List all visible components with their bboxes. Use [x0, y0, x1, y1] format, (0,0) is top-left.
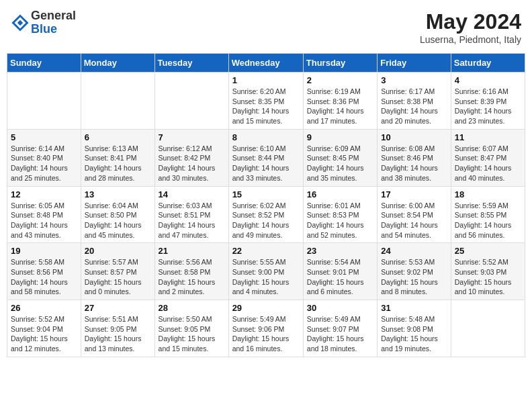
- weekday-header-row: SundayMondayTuesdayWednesdayThursdayFrid…: [7, 54, 525, 73]
- day-number: 8: [232, 132, 300, 142]
- day-number: 5: [11, 132, 77, 142]
- day-number: 27: [85, 303, 151, 313]
- day-number: 21: [159, 246, 225, 256]
- day-info: Sunrise: 6:13 AM Sunset: 8:41 PM Dayligh…: [85, 144, 151, 183]
- title-area: May 2024 Luserna, Piedmont, Italy: [420, 9, 521, 45]
- day-info: Sunrise: 5:53 AM Sunset: 9:02 PM Dayligh…: [381, 257, 447, 297]
- location: Luserna, Piedmont, Italy: [420, 34, 521, 45]
- calendar-cell: 18Sunrise: 5:59 AM Sunset: 8:55 PM Dayli…: [451, 186, 525, 243]
- day-info: Sunrise: 5:48 AM Sunset: 9:08 PM Dayligh…: [381, 314, 447, 354]
- weekday-header-sunday: Sunday: [7, 54, 81, 73]
- day-info: Sunrise: 5:50 AM Sunset: 9:05 PM Dayligh…: [159, 314, 225, 354]
- day-number: 31: [381, 303, 447, 313]
- month-title: May 2024: [420, 9, 521, 34]
- calendar-cell: 4Sunrise: 6:16 AM Sunset: 8:39 PM Daylig…: [451, 73, 525, 130]
- calendar-cell: 10Sunrise: 6:08 AM Sunset: 8:46 PM Dayli…: [378, 129, 451, 186]
- day-info: Sunrise: 5:57 AM Sunset: 8:57 PM Dayligh…: [85, 257, 151, 297]
- day-number: 15: [232, 189, 300, 199]
- day-number: 19: [11, 246, 77, 256]
- calendar-cell: [81, 73, 154, 130]
- day-info: Sunrise: 5:56 AM Sunset: 8:58 PM Dayligh…: [159, 257, 225, 297]
- calendar-cell: 28Sunrise: 5:50 AM Sunset: 9:05 PM Dayli…: [154, 300, 228, 357]
- calendar-cell: 13Sunrise: 6:04 AM Sunset: 8:50 PM Dayli…: [81, 186, 154, 243]
- day-number: 11: [455, 132, 521, 142]
- day-number: 25: [455, 246, 521, 256]
- day-info: Sunrise: 6:07 AM Sunset: 8:47 PM Dayligh…: [455, 144, 521, 183]
- calendar-cell: 23Sunrise: 5:54 AM Sunset: 9:01 PM Dayli…: [303, 243, 377, 300]
- calendar-week-5: 26Sunrise: 5:52 AM Sunset: 9:04 PM Dayli…: [7, 300, 525, 357]
- calendar-cell: 30Sunrise: 5:49 AM Sunset: 9:07 PM Dayli…: [303, 300, 377, 357]
- day-info: Sunrise: 6:19 AM Sunset: 8:36 PM Dayligh…: [307, 87, 373, 126]
- calendar-cell: 15Sunrise: 6:02 AM Sunset: 8:52 PM Dayli…: [228, 186, 303, 243]
- day-info: Sunrise: 5:51 AM Sunset: 9:05 PM Dayligh…: [85, 314, 151, 354]
- weekday-header-tuesday: Tuesday: [154, 54, 228, 73]
- logo-general: General: [31, 9, 76, 23]
- day-info: Sunrise: 5:55 AM Sunset: 9:00 PM Dayligh…: [232, 257, 300, 297]
- day-number: 12: [11, 189, 77, 199]
- day-info: Sunrise: 6:17 AM Sunset: 8:38 PM Dayligh…: [381, 87, 447, 126]
- day-info: Sunrise: 6:20 AM Sunset: 8:35 PM Dayligh…: [232, 87, 300, 126]
- day-info: Sunrise: 6:09 AM Sunset: 8:45 PM Dayligh…: [307, 144, 373, 183]
- day-number: 4: [455, 75, 521, 85]
- calendar-cell: 2Sunrise: 6:19 AM Sunset: 8:36 PM Daylig…: [303, 73, 377, 130]
- day-number: 9: [307, 132, 373, 142]
- calendar-cell: [7, 73, 81, 130]
- logo-blue: Blue: [31, 23, 76, 36]
- calendar-cell: 29Sunrise: 5:49 AM Sunset: 9:06 PM Dayli…: [228, 300, 303, 357]
- calendar-week-1: 1Sunrise: 6:20 AM Sunset: 8:35 PM Daylig…: [7, 73, 525, 130]
- day-number: 13: [85, 189, 151, 199]
- day-number: 28: [159, 303, 225, 313]
- calendar-cell: [154, 73, 228, 130]
- day-number: 2: [307, 75, 373, 85]
- day-number: 1: [232, 75, 300, 85]
- day-info: Sunrise: 5:52 AM Sunset: 9:03 PM Dayligh…: [455, 257, 521, 297]
- weekday-header-wednesday: Wednesday: [228, 54, 303, 73]
- day-info: Sunrise: 5:59 AM Sunset: 8:55 PM Dayligh…: [455, 201, 521, 240]
- day-info: Sunrise: 6:00 AM Sunset: 8:54 PM Dayligh…: [381, 201, 447, 240]
- day-number: 22: [232, 246, 300, 256]
- day-info: Sunrise: 6:12 AM Sunset: 8:42 PM Dayligh…: [159, 144, 225, 183]
- day-info: Sunrise: 6:05 AM Sunset: 8:48 PM Dayligh…: [11, 201, 77, 240]
- calendar-cell: 7Sunrise: 6:12 AM Sunset: 8:42 PM Daylig…: [154, 129, 228, 186]
- calendar-cell: 14Sunrise: 6:03 AM Sunset: 8:51 PM Dayli…: [154, 186, 228, 243]
- weekday-header-thursday: Thursday: [303, 54, 377, 73]
- calendar-week-4: 19Sunrise: 5:58 AM Sunset: 8:56 PM Dayli…: [7, 243, 525, 300]
- calendar-cell: 1Sunrise: 6:20 AM Sunset: 8:35 PM Daylig…: [228, 73, 303, 130]
- day-info: Sunrise: 6:01 AM Sunset: 8:53 PM Dayligh…: [307, 201, 373, 240]
- day-info: Sunrise: 6:14 AM Sunset: 8:40 PM Dayligh…: [11, 144, 77, 183]
- calendar-cell: 20Sunrise: 5:57 AM Sunset: 8:57 PM Dayli…: [81, 243, 154, 300]
- calendar-week-2: 5Sunrise: 6:14 AM Sunset: 8:40 PM Daylig…: [7, 129, 525, 186]
- calendar-cell: 27Sunrise: 5:51 AM Sunset: 9:05 PM Dayli…: [81, 300, 154, 357]
- day-info: Sunrise: 6:03 AM Sunset: 8:51 PM Dayligh…: [159, 201, 225, 240]
- weekday-header-friday: Friday: [378, 54, 451, 73]
- day-number: 17: [381, 189, 447, 199]
- calendar-cell: 25Sunrise: 5:52 AM Sunset: 9:03 PM Dayli…: [451, 243, 525, 300]
- calendar-cell: 24Sunrise: 5:53 AM Sunset: 9:02 PM Dayli…: [378, 243, 451, 300]
- day-info: Sunrise: 6:08 AM Sunset: 8:46 PM Dayligh…: [381, 144, 447, 183]
- day-number: 3: [381, 75, 447, 85]
- calendar-table: SundayMondayTuesdayWednesdayThursdayFrid…: [7, 53, 525, 357]
- day-info: Sunrise: 6:04 AM Sunset: 8:50 PM Dayligh…: [85, 201, 151, 240]
- calendar-cell: 3Sunrise: 6:17 AM Sunset: 8:38 PM Daylig…: [378, 73, 451, 130]
- day-number: 20: [85, 246, 151, 256]
- day-number: 29: [232, 303, 300, 313]
- day-info: Sunrise: 5:52 AM Sunset: 9:04 PM Dayligh…: [11, 314, 77, 354]
- day-number: 16: [307, 189, 373, 199]
- calendar-cell: 9Sunrise: 6:09 AM Sunset: 8:45 PM Daylig…: [303, 129, 377, 186]
- day-number: 26: [11, 303, 77, 313]
- calendar-cell: 26Sunrise: 5:52 AM Sunset: 9:04 PM Dayli…: [7, 300, 81, 357]
- calendar-cell: 8Sunrise: 6:10 AM Sunset: 8:44 PM Daylig…: [228, 129, 303, 186]
- weekday-header-monday: Monday: [81, 54, 154, 73]
- calendar-cell: 22Sunrise: 5:55 AM Sunset: 9:00 PM Dayli…: [228, 243, 303, 300]
- day-info: Sunrise: 5:58 AM Sunset: 8:56 PM Dayligh…: [11, 257, 77, 297]
- calendar-cell: 12Sunrise: 6:05 AM Sunset: 8:48 PM Dayli…: [7, 186, 81, 243]
- day-info: Sunrise: 6:10 AM Sunset: 8:44 PM Dayligh…: [232, 144, 300, 183]
- day-number: 6: [85, 132, 151, 142]
- calendar-cell: 17Sunrise: 6:00 AM Sunset: 8:54 PM Dayli…: [378, 186, 451, 243]
- day-info: Sunrise: 6:16 AM Sunset: 8:39 PM Dayligh…: [455, 87, 521, 126]
- day-number: 7: [159, 132, 225, 142]
- page-header: General Blue May 2024 Luserna, Piedmont,…: [7, 7, 525, 48]
- day-info: Sunrise: 5:49 AM Sunset: 9:07 PM Dayligh…: [307, 314, 373, 354]
- calendar-cell: 16Sunrise: 6:01 AM Sunset: 8:53 PM Dayli…: [303, 186, 377, 243]
- calendar-cell: 21Sunrise: 5:56 AM Sunset: 8:58 PM Dayli…: [154, 243, 228, 300]
